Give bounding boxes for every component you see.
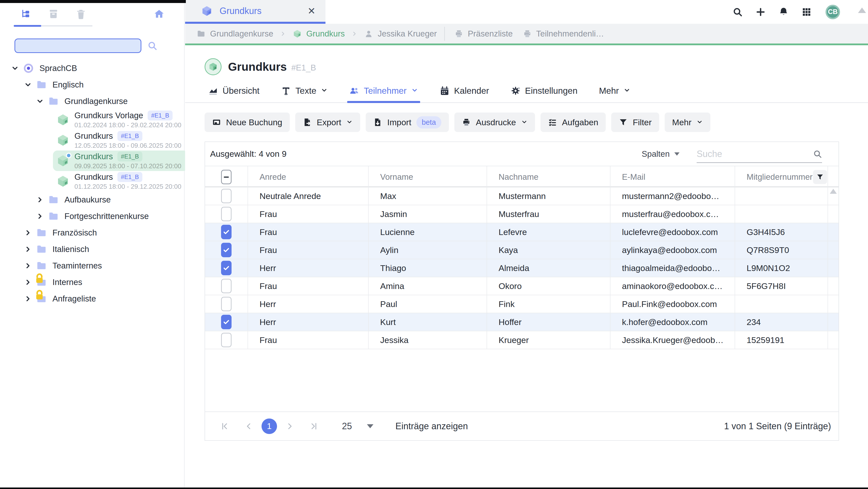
- chevron-right-icon[interactable]: [24, 229, 32, 237]
- tab-uebersicht[interactable]: Übersicht: [208, 86, 259, 102]
- notifications-icon[interactable]: [779, 7, 788, 17]
- chevron-right-icon[interactable]: [24, 295, 32, 303]
- next-page-button[interactable]: [285, 422, 294, 431]
- cell-vorname: Amina: [368, 277, 487, 295]
- aufgaben-button[interactable]: Aufgaben: [540, 113, 606, 132]
- course-cube-icon: [57, 134, 69, 147]
- document-link-praesenzliste[interactable]: Präsenzliste: [454, 29, 513, 38]
- row-checkbox[interactable]: [221, 189, 231, 203]
- add-icon[interactable]: [755, 7, 766, 17]
- chevron-right-icon[interactable]: [36, 212, 44, 220]
- tree-item-aufbaukurse[interactable]: Aufbaukurse: [0, 192, 184, 208]
- tree-item-internes[interactable]: Internes: [0, 274, 184, 290]
- tree-item-grundlagenkurse[interactable]: Grundlagenkurse: [0, 93, 184, 110]
- last-page-button[interactable]: [309, 422, 318, 431]
- first-page-button[interactable]: [221, 422, 229, 431]
- table-search[interactable]: Suche: [696, 149, 822, 163]
- tree-course-grundkurs-selected[interactable]: Grundkurs#E1_B 09.09.2025 18:00 - 07.10.…: [53, 150, 188, 171]
- row-checkbox[interactable]: [221, 279, 231, 293]
- cell-email: aylinkaya@edoobox.com: [610, 241, 735, 259]
- archive-icon[interactable]: [48, 8, 59, 20]
- row-checkbox[interactable]: [221, 315, 231, 329]
- course-code-badge: #E1_B: [117, 131, 143, 141]
- breadcrumb-jessika-krueger[interactable]: Jessika Krueger: [364, 29, 437, 38]
- search-icon[interactable]: [147, 41, 157, 51]
- column-header-nachname[interactable]: Nachname: [487, 166, 610, 188]
- row-checkbox[interactable]: [221, 243, 231, 257]
- scroll-up-icon[interactable]: [830, 189, 837, 194]
- home-icon[interactable]: [154, 8, 165, 20]
- chevron-down-icon[interactable]: [11, 64, 19, 72]
- tab-mehr[interactable]: Mehr: [599, 86, 630, 102]
- row-checkbox[interactable]: [221, 207, 231, 221]
- tree-item-anfrageliste[interactable]: Anfrageliste: [0, 290, 184, 307]
- search-icon[interactable]: [813, 149, 822, 159]
- tree-course-grundkurs-3[interactable]: Grundkurs#E1_B 01.12.2025 18:00 - 29.12.…: [53, 171, 188, 192]
- row-checkbox[interactable]: [221, 297, 231, 311]
- columns-dropdown[interactable]: Spalten: [642, 149, 680, 159]
- tab-teilnehmer[interactable]: Teilnehmer: [349, 86, 418, 102]
- table-row[interactable]: Herr Kurt Hoffer k.hofer@edoobox.com 234: [205, 313, 839, 331]
- sidebar-search-input[interactable]: [14, 38, 142, 53]
- tree-view-icon[interactable]: [21, 8, 31, 20]
- column-header-mitgliedernummer[interactable]: Mitgliedernummer: [735, 166, 828, 188]
- tab-label: Kalender: [454, 86, 489, 96]
- sidebar: SprachCB Englisch Grundlagenkurse Grundk…: [0, 3, 185, 488]
- close-icon[interactable]: ✕: [308, 5, 315, 17]
- chevron-right-icon[interactable]: [24, 278, 32, 286]
- course-dates: 12.05.2025 18:00 - 09.06.2025 20:00: [74, 142, 181, 149]
- chevron-right-icon[interactable]: [24, 245, 32, 253]
- chevron-down-icon[interactable]: [24, 81, 32, 89]
- row-checkbox[interactable]: [221, 261, 231, 275]
- select-all-checkbox[interactable]: [221, 170, 231, 184]
- filter-button[interactable]: Filter: [611, 113, 659, 132]
- table-row[interactable]: Frau Aylin Kaya aylinkaya@edoobox.com Q7…: [205, 241, 839, 259]
- breadcrumb-grundlagenkurse[interactable]: Grundlagenkurse: [196, 29, 273, 38]
- tab-kalender[interactable]: Kalender: [440, 86, 489, 102]
- tree-item-sprachcb[interactable]: SprachCB: [0, 60, 184, 77]
- column-header-anrede[interactable]: Anrede: [248, 166, 368, 188]
- export-button[interactable]: Export: [295, 113, 360, 132]
- document-link-teilnehmendenliste[interactable]: Teilnehmendenli…: [523, 29, 604, 38]
- table-row[interactable]: Frau Amina Okoro aminaokoro@edoobox.c… 5…: [205, 277, 839, 295]
- chevron-right-icon[interactable]: [24, 262, 32, 270]
- neue-buchung-button[interactable]: Neue Buchung: [205, 113, 290, 132]
- current-page-button[interactable]: 1: [261, 419, 277, 434]
- table-row[interactable]: Frau Jasmin Musterfrau musterfrau@edoobo…: [205, 205, 839, 223]
- ausdrucke-button[interactable]: Ausdrucke: [454, 113, 535, 132]
- previous-page-button[interactable]: [245, 422, 253, 431]
- tree-item-englisch[interactable]: Englisch: [0, 77, 184, 93]
- chevron-down-icon[interactable]: [36, 97, 44, 105]
- table-row[interactable]: Neutrale Anrede Max Mustermann musterman…: [205, 187, 839, 205]
- mehr-button[interactable]: Mehr: [665, 113, 710, 132]
- table-row[interactable]: Frau Lucienne Lefevre luclefevre@edoobox…: [205, 223, 839, 241]
- tree-item-fortgeschrittenenkurse[interactable]: Fortgeschrittenenkurse: [0, 208, 184, 225]
- tree-course-grundkurs-vorlage[interactable]: Grundkurs Vorlage#E1_B 01.02.2024 18:00 …: [53, 110, 188, 130]
- breadcrumb-grundkurs[interactable]: Grundkurs: [293, 29, 345, 38]
- tree-item-franzoesisch[interactable]: Französisch: [0, 225, 184, 241]
- table-row[interactable]: Frau Jessika Krueger Jessika.Krueger@edo…: [205, 331, 839, 349]
- column-header-vorname[interactable]: Vorname: [368, 166, 487, 188]
- avatar[interactable]: CB: [826, 5, 840, 19]
- tree-item-italienisch[interactable]: Italienisch: [0, 241, 184, 258]
- page-header: Grundkurs #E1_B: [205, 58, 868, 75]
- page-size-select[interactable]: 25: [342, 421, 373, 431]
- column-header-email[interactable]: E-Mail: [610, 166, 735, 188]
- row-checkbox[interactable]: [221, 333, 231, 347]
- tab-texte[interactable]: Texte: [281, 86, 328, 102]
- import-button[interactable]: Import beta: [366, 113, 449, 132]
- trash-icon[interactable]: [75, 8, 86, 20]
- table-row[interactable]: Herr Thiago Almeida thiagoalmeida@edoobo…: [205, 259, 839, 277]
- document-tab-grundkurs[interactable]: Grundkurs ✕: [185, 0, 326, 24]
- tree-course-grundkurs-1[interactable]: Grundkurs#E1_B 12.05.2025 18:00 - 09.06.…: [53, 130, 188, 150]
- scroll-up-icon[interactable]: [858, 7, 866, 13]
- search-icon[interactable]: [733, 7, 743, 17]
- column-filter-icon[interactable]: [813, 170, 827, 184]
- table-row[interactable]: Herr Paul Fink Paul.Fink@edoobox.com: [205, 295, 839, 313]
- tab-einstellungen[interactable]: Einstellungen: [510, 86, 578, 102]
- chevron-right-icon[interactable]: [36, 196, 44, 204]
- apps-grid-icon[interactable]: [802, 7, 811, 17]
- tree-item-teaminternes[interactable]: Teaminternes: [0, 258, 184, 274]
- person-icon: [364, 29, 373, 38]
- row-checkbox[interactable]: [221, 225, 231, 239]
